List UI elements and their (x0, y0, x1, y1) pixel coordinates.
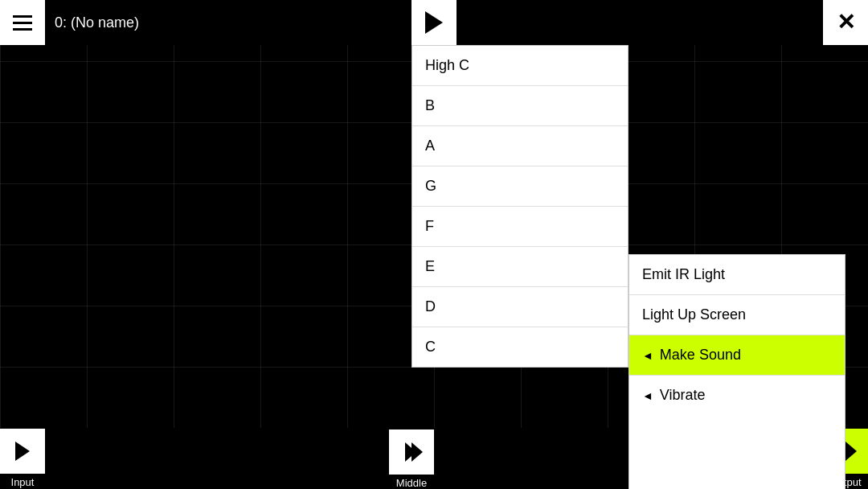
note-a[interactable]: A (412, 126, 628, 166)
hamburger-icon (13, 15, 32, 31)
middle-arrow-icon (405, 442, 418, 462)
note-c[interactable]: C (412, 327, 628, 367)
vibrate-arrow-icon: ◄ (642, 389, 653, 402)
close-icon: ✕ (837, 11, 855, 34)
note-high-c[interactable]: High C (412, 46, 628, 86)
input-button[interactable] (0, 429, 45, 474)
note-e[interactable]: E (412, 247, 628, 287)
action-vibrate[interactable]: ◄Vibrate (629, 376, 845, 415)
input-node: Input (0, 429, 45, 488)
action-make-sound[interactable]: ◄Make Sound (629, 335, 845, 376)
note-b[interactable]: B (412, 86, 628, 126)
note-g[interactable]: G (412, 166, 628, 207)
note-f[interactable]: F (412, 207, 628, 247)
play-icon (425, 11, 443, 34)
notes-dropdown: High C B A G F E D C (411, 45, 628, 368)
active-arrow-icon: ◄ (642, 349, 653, 362)
make-sound-label: Make Sound (660, 347, 741, 363)
emit-ir-label: Emit IR Light (642, 266, 725, 282)
top-bar: 0: (No name) ✕ (0, 0, 868, 45)
dropdown-container: High C B A G F E D C Emit IR Light Light… (411, 45, 845, 368)
watermark: 值得买 (775, 469, 804, 483)
action-light-screen[interactable]: Light Up Screen (629, 295, 845, 335)
play-button[interactable] (411, 0, 457, 45)
note-d[interactable]: D (412, 287, 628, 327)
input-label: Input (11, 476, 35, 488)
actions-dropdown: Emit IR Light Light Up Screen ◄Make Soun… (628, 254, 845, 489)
close-button[interactable]: ✕ (823, 0, 868, 45)
middle-button[interactable] (389, 429, 434, 475)
vibrate-label: Vibrate (660, 387, 706, 403)
light-screen-label: Light Up Screen (642, 306, 746, 323)
input-arrow-icon (15, 442, 30, 461)
menu-button[interactable] (0, 0, 45, 45)
middle-node: Middle (389, 429, 434, 489)
action-emit-ir[interactable]: Emit IR Light (629, 255, 845, 295)
middle-label: Middle (396, 477, 427, 489)
